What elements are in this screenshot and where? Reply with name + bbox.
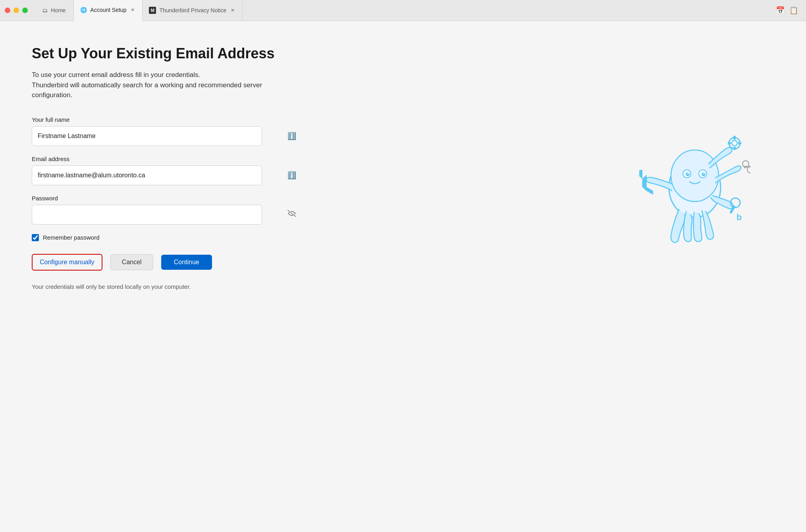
email-input[interactable] xyxy=(32,165,262,185)
info-icon-email: ℹ️ xyxy=(287,171,296,180)
footer-note: Your credentials will only be stored loc… xyxy=(32,283,302,290)
svg-point-11 xyxy=(747,167,750,173)
cancel-button[interactable]: Cancel xyxy=(110,254,153,270)
email-input-wrapper: ℹ️ xyxy=(32,165,302,185)
password-group: Password xyxy=(32,195,302,225)
password-input-wrapper xyxy=(32,205,302,225)
calendar-icon[interactable]: 📅 xyxy=(776,6,785,15)
tab-close-privacy-notice[interactable]: ✕ xyxy=(229,7,236,13)
notes-icon[interactable]: 📋 xyxy=(789,6,798,15)
titlebar: 🗂 Home 🌐 Account Setup ✕ M Thunderbird P… xyxy=(0,0,806,21)
octopus-illustration: b xyxy=(639,132,758,259)
tab-privacy-notice[interactable]: M Thunderbird Privacy Notice ✕ xyxy=(143,0,243,21)
maximize-button[interactable] xyxy=(22,8,28,13)
titlebar-actions: 📅 📋 xyxy=(776,6,801,15)
svg-rect-18 xyxy=(728,142,731,144)
fullname-group: Your full name ℹ️ xyxy=(32,116,302,146)
info-icon-fullname: ℹ️ xyxy=(287,132,296,140)
email-group: Email address ℹ️ xyxy=(32,156,302,185)
page-description: To use your current email address fill i… xyxy=(32,70,302,100)
home-tab-label: Home xyxy=(51,7,66,13)
tab-home[interactable]: 🗂 Home xyxy=(34,0,74,21)
account-setup-tab-label: Account Setup xyxy=(90,7,126,13)
svg-rect-17 xyxy=(733,147,736,150)
tab-close-account-setup[interactable]: ✕ xyxy=(129,7,136,13)
privacy-notice-tab-label: Thunderbird Privacy Notice xyxy=(159,7,226,13)
svg-point-6 xyxy=(687,173,689,174)
main-content: Set Up Your Existing Email Address To us… xyxy=(0,21,806,532)
remember-password-checkbox[interactable] xyxy=(32,234,39,241)
tab-account-setup[interactable]: 🌐 Account Setup ✕ xyxy=(74,0,143,21)
svg-rect-19 xyxy=(738,142,741,144)
window-controls xyxy=(5,8,28,13)
m-icon: M xyxy=(149,7,156,14)
fullname-input[interactable] xyxy=(32,126,262,146)
tab-bar: 🗂 Home 🌐 Account Setup ✕ M Thunderbird P… xyxy=(34,0,776,21)
continue-button[interactable]: Continue xyxy=(161,255,212,270)
email-label: Email address xyxy=(32,156,302,162)
remember-password-label: Remember password xyxy=(43,234,100,241)
octopus-svg: b xyxy=(639,132,750,251)
configure-manually-button[interactable]: Configure manually xyxy=(32,254,102,271)
form-section: Set Up Your Existing Email Address To us… xyxy=(32,45,302,290)
svg-point-15 xyxy=(732,140,737,146)
folder-icon: 🗂 xyxy=(42,7,48,13)
fullname-input-wrapper: ℹ️ xyxy=(32,126,302,146)
page-title: Set Up Your Existing Email Address xyxy=(32,45,302,62)
svg-text:b: b xyxy=(737,212,742,222)
toggle-password-icon[interactable] xyxy=(287,210,296,219)
fullname-label: Your full name xyxy=(32,116,302,123)
password-label: Password xyxy=(32,195,302,202)
svg-point-7 xyxy=(703,173,705,174)
globe-icon: 🌐 xyxy=(80,7,87,13)
password-input[interactable] xyxy=(32,205,262,225)
minimize-button[interactable] xyxy=(13,8,19,13)
action-row: Configure manually Cancel Continue xyxy=(32,254,302,271)
svg-point-1 xyxy=(671,150,719,202)
remember-password-row: Remember password xyxy=(32,234,302,241)
close-button[interactable] xyxy=(5,8,10,13)
